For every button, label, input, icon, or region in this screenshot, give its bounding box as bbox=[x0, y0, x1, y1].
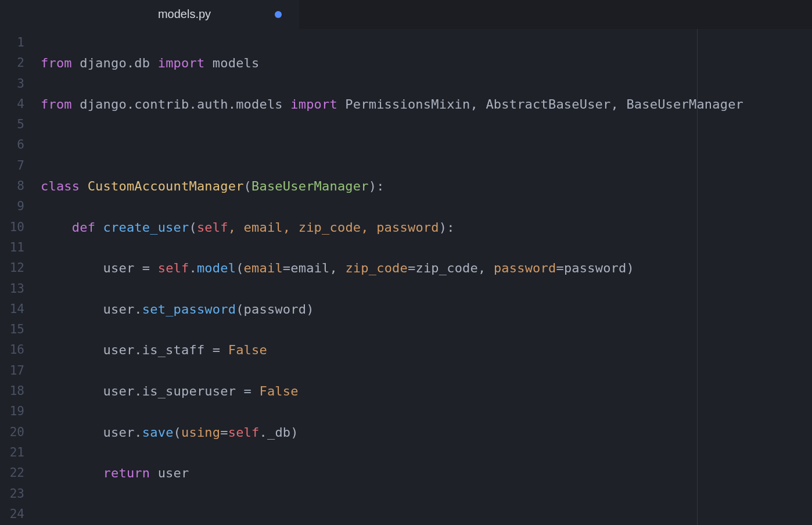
code-line: user = self.model(email=email, zip_code=… bbox=[41, 258, 743, 278]
editor-area[interactable]: 1 2 3 4 5 6 7 8 9 10 11 12 13 14 15 16 1… bbox=[0, 29, 812, 525]
code-line: return user bbox=[41, 463, 743, 483]
code-content[interactable]: from django.db import models from django… bbox=[30, 29, 743, 525]
line-number: 19 bbox=[0, 401, 30, 422]
line-number: 14 bbox=[0, 299, 30, 319]
tab-models[interactable]: models.py bbox=[0, 0, 299, 29]
line-number: 15 bbox=[0, 319, 30, 340]
line-number: 3 bbox=[0, 74, 30, 94]
line-number: 20 bbox=[0, 422, 30, 443]
line-number: 1 bbox=[0, 33, 30, 53]
tab-bar: models.py bbox=[0, 0, 812, 29]
line-number: 5 bbox=[0, 114, 30, 135]
code-line: user.save(using=self._db) bbox=[41, 422, 743, 443]
code-line: user.is_staff = False bbox=[41, 340, 743, 360]
code-line: from django.contrib.auth.models import P… bbox=[41, 94, 743, 114]
column-ruler bbox=[697, 29, 698, 525]
code-line: from django.db import models bbox=[41, 53, 743, 73]
line-number-gutter: 1 2 3 4 5 6 7 8 9 10 11 12 13 14 15 16 1… bbox=[0, 29, 30, 525]
code-line: user.is_superuser = False bbox=[41, 381, 743, 401]
line-number: 18 bbox=[0, 381, 30, 401]
line-number: 4 bbox=[0, 94, 30, 114]
line-number: 24 bbox=[0, 504, 30, 524]
line-number: 21 bbox=[0, 443, 30, 463]
code-line: class CustomAccountManager(BaseUserManag… bbox=[41, 176, 743, 196]
tab-label: models.py bbox=[14, 8, 285, 21]
line-number: 6 bbox=[0, 135, 30, 155]
line-number: 13 bbox=[0, 279, 30, 299]
line-number: 7 bbox=[0, 156, 30, 176]
line-number: 10 bbox=[0, 217, 30, 238]
unsaved-dot-icon bbox=[275, 11, 282, 18]
line-number: 22 bbox=[0, 463, 30, 483]
line-number: 9 bbox=[0, 196, 30, 217]
line-number: 23 bbox=[0, 484, 30, 504]
line-number: 2 bbox=[0, 53, 30, 73]
code-line bbox=[41, 135, 743, 155]
code-line bbox=[41, 504, 743, 524]
line-number: 8 bbox=[0, 176, 30, 196]
line-number: 12 bbox=[0, 258, 30, 278]
line-number: 16 bbox=[0, 340, 30, 360]
code-line: def create_user(self, email, zip_code, p… bbox=[41, 217, 743, 238]
line-number: 17 bbox=[0, 361, 30, 381]
line-number: 11 bbox=[0, 238, 30, 258]
code-line: user.set_password(password) bbox=[41, 299, 743, 319]
